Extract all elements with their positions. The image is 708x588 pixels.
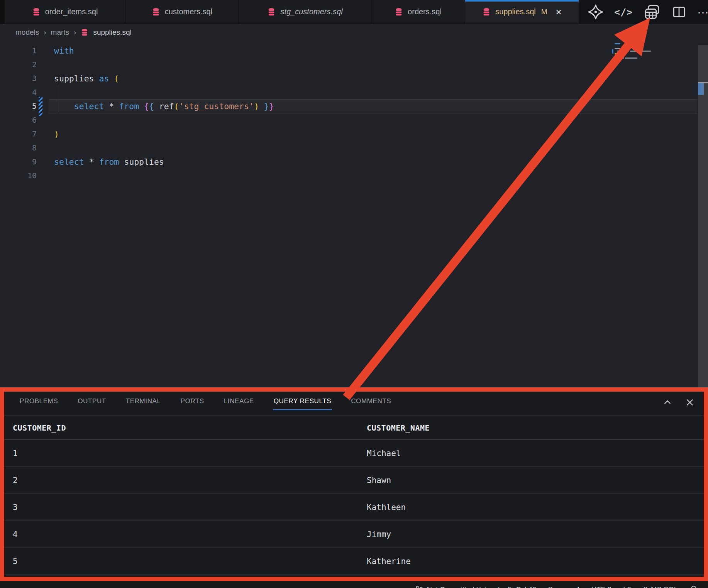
panel-tab-terminal[interactable]: TERMINAL: [125, 394, 162, 411]
editor-tab-bar: order_items.sql customers.sql stg_custom…: [0, 0, 708, 24]
line-number: 1: [0, 46, 37, 55]
preview-query-results-icon[interactable]: [643, 3, 661, 21]
encoding-setting[interactable]: UTF-8: [591, 585, 611, 588]
git-branch-icon: [415, 585, 423, 588]
table-row[interactable]: 5 Katherine: [0, 548, 708, 575]
tab-order-items-sql[interactable]: order_items.sql: [5, 0, 125, 24]
panel-tab-ports[interactable]: PORTS: [180, 394, 205, 411]
code-line[interactable]: 7 ): [0, 127, 697, 141]
compile-code-icon[interactable]: </>: [614, 7, 633, 18]
language-mode[interactable]: {} MS SQL: [643, 585, 678, 588]
panel-tab-comments[interactable]: COMMENTS: [350, 394, 392, 411]
minimap[interactable]: [615, 42, 657, 63]
cell-customer-id[interactable]: 2: [13, 476, 367, 485]
code-line[interactable]: 1 with: [0, 44, 697, 57]
tab-label: supplies.sql: [495, 7, 536, 16]
cell-customer-name[interactable]: Jimmy: [367, 530, 708, 539]
tab-stg-customers-sql[interactable]: stg_customers.sql: [239, 0, 371, 24]
source-control-status[interactable]: Not Committed Yet: [415, 585, 486, 588]
overview-ruler-modified-marker: [698, 83, 704, 95]
code-line[interactable]: 9 select * from supplies: [0, 155, 697, 169]
cell-customer-id[interactable]: 1: [13, 449, 367, 458]
panel-tab-bar: PROBLEMS OUTPUT TERMINAL PORTS LINEAGE Q…: [0, 389, 708, 416]
close-tab-icon[interactable]: ×: [556, 7, 562, 17]
status-bar: Not Committed Yet Ln 5, Col 40 Spaces: 4…: [0, 581, 708, 588]
bottom-panel: PROBLEMS OUTPUT TERMINAL PORTS LINEAGE Q…: [0, 389, 708, 581]
braces-icon: {}: [643, 585, 648, 588]
breadcrumb: models › marts › supplies.sql: [0, 24, 579, 41]
database-icon: [32, 8, 41, 16]
tab-customers-sql[interactable]: customers.sql: [125, 0, 239, 24]
line-number: 3: [0, 74, 37, 83]
cell-customer-name[interactable]: Katherine: [367, 557, 708, 566]
panel-actions: [662, 389, 695, 416]
database-icon: [152, 8, 160, 16]
indentation-setting[interactable]: Spaces: 4: [548, 585, 579, 588]
tab-label: customers.sql: [165, 7, 212, 16]
cell-customer-id[interactable]: 5: [13, 557, 367, 566]
table-row[interactable]: 4 Jimmy: [0, 521, 708, 548]
split-editor-icon[interactable]: [671, 4, 687, 20]
breadcrumb-file[interactable]: supplies.sql: [93, 28, 131, 37]
breadcrumb-marts[interactable]: marts: [51, 28, 69, 37]
tab-label: stg_customers.sql: [280, 7, 342, 16]
line-number: 4: [0, 88, 37, 97]
tab-orders-sql[interactable]: orders.sql: [371, 0, 465, 24]
cell-customer-id[interactable]: 4: [13, 530, 367, 539]
line-number: 6: [0, 115, 37, 125]
cursor-position[interactable]: Ln 5, Col 40: [498, 585, 537, 588]
column-header-customer-id: CUSTOMER_ID: [13, 423, 367, 433]
line-number: 10: [0, 171, 37, 180]
cell-customer-id[interactable]: 3: [13, 503, 367, 512]
code-line[interactable]: 10: [0, 169, 697, 182]
database-icon: [267, 8, 276, 16]
close-panel-icon[interactable]: [685, 397, 695, 407]
table-row[interactable]: 1 Michael: [0, 440, 708, 467]
query-results-table: CUSTOMER_ID CUSTOMER_NAME 1 Michael 2 Sh…: [0, 416, 708, 575]
line-number: 2: [0, 60, 37, 69]
table-header-row: CUSTOMER_ID CUSTOMER_NAME: [0, 416, 708, 440]
minimap-modified-marker: [612, 49, 613, 54]
maximize-panel-icon[interactable]: [662, 397, 672, 407]
database-icon: [395, 8, 403, 16]
tab-label: orders.sql: [408, 7, 442, 16]
panel-tab-problems[interactable]: PROBLEMS: [19, 394, 59, 411]
table-row[interactable]: 2 Shawn: [0, 467, 708, 494]
cell-customer-name[interactable]: Michael: [367, 449, 708, 458]
breadcrumb-models[interactable]: models: [15, 28, 39, 37]
tab-label: order_items.sql: [45, 7, 98, 16]
cell-customer-name[interactable]: Shawn: [367, 476, 708, 485]
editor-actions: </> ⋯: [579, 0, 708, 24]
vertical-scrollbar[interactable]: [698, 45, 708, 387]
code-line-current[interactable]: 5 select * from {{ ref('stg_customers') …: [0, 99, 697, 113]
tab-supplies-sql-active[interactable]: supplies.sql M ×: [465, 0, 579, 24]
panel-tab-output[interactable]: OUTPUT: [77, 394, 107, 411]
database-icon: [482, 8, 491, 16]
breadcrumb-separator: ›: [74, 28, 76, 37]
modified-badge: M: [541, 8, 547, 16]
code-line[interactable]: 8: [0, 141, 697, 155]
more-actions-icon[interactable]: ⋯: [697, 5, 708, 19]
line-number: 5: [0, 101, 37, 111]
column-header-customer-name: CUSTOMER_NAME: [367, 423, 708, 433]
panel-tab-lineage[interactable]: LINEAGE: [223, 394, 255, 411]
tab-bar-spacer: [0, 0, 5, 24]
notifications-bell-icon[interactable]: [689, 585, 698, 588]
code-line[interactable]: 4: [0, 85, 697, 99]
dbt-icon[interactable]: [588, 4, 604, 20]
code-line[interactable]: 3 supplies as (: [0, 71, 697, 85]
cell-customer-name[interactable]: Kathleen: [367, 503, 708, 512]
database-icon: [81, 29, 88, 36]
code-line[interactable]: 2: [0, 57, 697, 71]
line-number: 7: [0, 129, 37, 139]
eol-setting[interactable]: LF: [623, 585, 632, 588]
breadcrumb-separator: ›: [44, 28, 46, 37]
line-number: 9: [0, 157, 37, 166]
line-number: 8: [0, 143, 37, 152]
panel-tab-query-results[interactable]: QUERY RESULTS: [273, 394, 332, 411]
code-line[interactable]: 6: [0, 113, 697, 127]
table-row[interactable]: 3 Kathleen: [0, 494, 708, 521]
